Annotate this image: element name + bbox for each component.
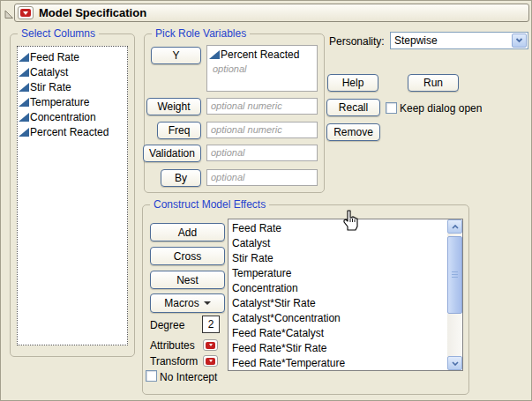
effect-item[interactable]: Catalyst — [232, 235, 447, 250]
column-item[interactable]: Concentration — [19, 109, 126, 124]
continuous-variable-icon — [19, 53, 29, 62]
model-specification-dialog: Model Specification Select Columns Feed … — [0, 0, 532, 401]
keep-dialog-open-label: Keep dialog open — [400, 102, 482, 115]
pick-role-variables-panel: Pick Role Variables Y Percent Reacted op… — [144, 33, 325, 193]
attributes-red-triangle-icon[interactable] — [203, 339, 218, 351]
effect-item[interactable]: Concentration — [232, 280, 447, 295]
freq-role-button[interactable]: Freq — [157, 122, 201, 139]
y-role-item[interactable]: Percent Reacted — [209, 47, 315, 62]
scroll-up-icon[interactable] — [447, 219, 462, 234]
weight-role-listbox[interactable]: optional numeric — [206, 98, 318, 115]
personality-value: Stepwise — [394, 33, 438, 48]
construct-model-effects-panel: Construct Model Effects Add Cross Nest M… — [142, 204, 469, 395]
red-triangle-inner — [20, 9, 31, 17]
help-button[interactable]: Help — [327, 74, 378, 92]
no-intercept-checkbox[interactable] — [146, 370, 157, 382]
column-item[interactable]: Stir Rate — [19, 79, 126, 94]
effect-item[interactable]: Feed Rate*Temperature — [232, 355, 447, 370]
continuous-variable-icon — [19, 128, 29, 137]
effects-scrollbar[interactable] — [447, 219, 462, 370]
scrollbar-thumb[interactable] — [447, 236, 462, 314]
chevron-down-icon[interactable] — [512, 33, 527, 48]
continuous-variable-icon — [19, 113, 29, 122]
validation-role-button[interactable]: Validation — [143, 145, 201, 162]
column-item[interactable]: Feed Rate — [19, 49, 126, 64]
effect-item[interactable]: Catalyst*Concentration — [232, 310, 447, 325]
degree-label: Degree — [150, 319, 184, 331]
dropdown-arrow-icon — [204, 301, 211, 305]
personality-label: Personality: — [329, 35, 385, 48]
page-title: Model Specification — [39, 4, 146, 21]
effect-item[interactable]: Catalyst*Stir Rate — [232, 295, 447, 310]
column-item[interactable]: Percent Reacted — [19, 124, 126, 139]
by-role-listbox[interactable]: optional — [206, 169, 318, 186]
y-optional-hint: optional — [209, 62, 315, 77]
select-columns-panel: Select Columns Feed Rate Catalyst Stir R… — [10, 33, 135, 357]
personality-dropdown[interactable]: Stepwise — [390, 32, 528, 49]
select-columns-label: Select Columns — [18, 27, 99, 40]
nest-button[interactable]: Nest — [150, 271, 225, 289]
pick-roles-label: Pick Role Variables — [152, 27, 250, 40]
run-button[interactable]: Run — [408, 74, 459, 92]
weight-role-button[interactable]: Weight — [146, 98, 201, 115]
effect-item[interactable]: Stir Rate — [232, 250, 447, 265]
attributes-label: Attributes — [150, 339, 195, 352]
remove-button[interactable]: Remove — [326, 123, 380, 141]
transform-red-triangle-icon[interactable] — [203, 355, 218, 367]
model-effects-listbox[interactable]: Feed Rate Catalyst Stir Rate Temperature — [228, 219, 463, 371]
y-role-listbox[interactable]: Percent Reacted optional — [206, 45, 318, 92]
transform-label: Transform — [150, 355, 198, 368]
columns-listbox[interactable]: Feed Rate Catalyst Stir Rate Temperature — [17, 46, 128, 345]
effect-item[interactable]: Feed Rate — [232, 220, 447, 235]
model-effects-items[interactable]: Feed Rate Catalyst Stir Rate Temperature — [229, 219, 447, 370]
continuous-variable-icon — [209, 50, 220, 59]
effect-item[interactable]: Temperature — [232, 265, 447, 280]
column-item[interactable]: Temperature — [19, 94, 126, 109]
macros-button[interactable]: Macros — [150, 293, 225, 313]
recall-button[interactable]: Recall — [326, 99, 380, 116]
effect-item[interactable]: Feed Rate*Catalyst — [232, 325, 447, 340]
effect-item[interactable]: Feed Rate*Stir Rate — [232, 340, 447, 355]
column-item[interactable]: Catalyst — [19, 64, 126, 79]
continuous-variable-icon — [19, 98, 29, 107]
red-triangle-menu-icon[interactable] — [18, 6, 34, 19]
cross-button[interactable]: Cross — [150, 247, 225, 265]
by-role-button[interactable]: By — [161, 169, 201, 187]
scroll-down-icon[interactable] — [447, 356, 462, 370]
freq-role-listbox[interactable]: optional numeric — [206, 122, 318, 138]
title-bar: Model Specification — [14, 4, 529, 22]
y-role-button[interactable]: Y — [151, 47, 201, 64]
validation-role-listbox[interactable]: optional — [206, 145, 318, 161]
keep-dialog-open-checkbox[interactable] — [386, 102, 397, 114]
construct-effects-label: Construct Model Effects — [150, 198, 269, 211]
disclosure-triangle-icon[interactable] — [4, 9, 14, 19]
degree-input[interactable]: 2 — [202, 316, 220, 333]
add-button[interactable]: Add — [150, 223, 225, 241]
continuous-variable-icon — [19, 83, 29, 92]
no-intercept-label: No Intercept — [160, 371, 217, 383]
continuous-variable-icon — [19, 68, 29, 77]
